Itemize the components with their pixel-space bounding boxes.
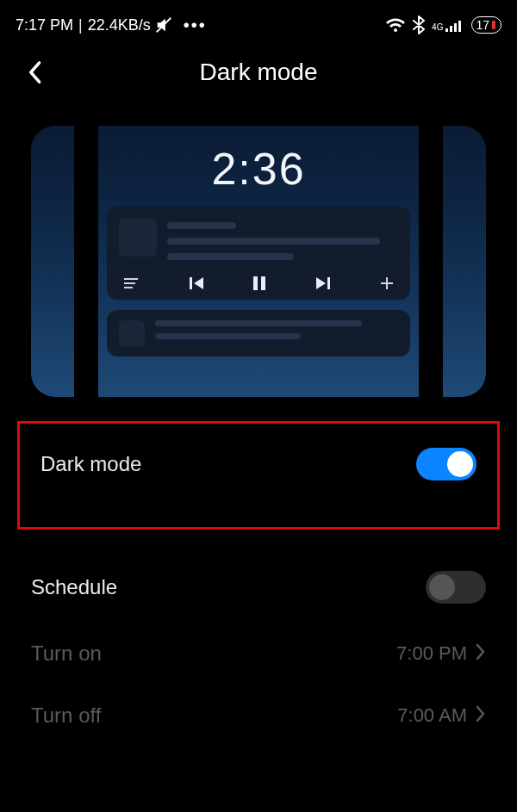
chevron-left-icon — [27, 60, 42, 84]
turn-on-row[interactable]: Turn on 7:00 PM — [0, 623, 517, 685]
turn-off-value: 7:00 AM — [397, 704, 467, 727]
preview-text-line — [155, 320, 362, 326]
prev-track-icon — [189, 276, 204, 290]
chevron-right-icon — [476, 705, 486, 726]
turn-on-value: 7:00 PM — [396, 642, 467, 665]
status-separator: | — [78, 16, 83, 34]
page-header: Dark mode — [0, 41, 517, 103]
preview-text-line — [167, 253, 294, 260]
svg-rect-8 — [190, 277, 192, 289]
turn-off-row[interactable]: Turn off 7:00 AM — [0, 685, 517, 747]
battery-indicator: 17 — [471, 16, 501, 34]
svg-rect-2 — [450, 26, 452, 32]
svg-rect-3 — [454, 23, 457, 32]
preview-text-line — [167, 222, 236, 229]
svg-rect-13 — [327, 277, 330, 289]
turn-off-label: Turn off — [31, 704, 101, 728]
battery-bar-icon — [492, 21, 495, 29]
schedule-row[interactable]: Schedule — [0, 552, 517, 623]
chevron-right-icon — [476, 643, 486, 664]
dark-mode-label: Dark mode — [40, 452, 141, 476]
svg-marker-12 — [316, 277, 326, 289]
turn-on-label: Turn on — [31, 642, 102, 666]
bluetooth-icon — [413, 15, 425, 34]
preview-text-line — [155, 333, 301, 339]
schedule-label: Schedule — [31, 575, 117, 599]
schedule-toggle[interactable] — [426, 571, 486, 604]
preview-container: 2:36 — [0, 103, 517, 397]
preview-clock: 2:36 — [211, 143, 305, 195]
svg-rect-4 — [458, 21, 461, 32]
status-net-speed: 22.4KB/s — [88, 16, 151, 34]
dark-mode-row[interactable]: Dark mode — [34, 439, 483, 489]
back-button[interactable] — [21, 59, 48, 86]
highlight-annotation: Dark mode — [17, 421, 500, 530]
toggle-knob — [447, 451, 473, 477]
preview-media-card — [107, 207, 410, 300]
pause-icon — [252, 276, 266, 291]
mute-icon — [154, 15, 173, 34]
dark-mode-preview: 2:36 — [31, 126, 486, 397]
playlist-icon — [122, 276, 140, 290]
status-bar: 7:17 PM | 22.4KB/s ••• 4G — [0, 0, 517, 41]
status-left: 7:17 PM | 22.4KB/s ••• — [16, 15, 207, 34]
svg-marker-9 — [194, 277, 203, 289]
svg-rect-1 — [445, 28, 448, 32]
svg-rect-11 — [261, 276, 265, 290]
preview-notification-card — [107, 310, 410, 356]
page-title: Dark mode — [200, 59, 318, 86]
network-type: 4G — [432, 23, 443, 32]
wifi-icon — [385, 16, 406, 34]
signal-icon — [445, 18, 464, 32]
preview-notif-thumb — [119, 320, 145, 346]
network-indicator: 4G — [432, 18, 464, 32]
status-right: 4G 17 — [385, 15, 501, 34]
status-time: 7:17 PM — [16, 16, 73, 34]
next-track-icon — [315, 276, 331, 290]
preview-text-line — [167, 238, 380, 245]
toggle-knob — [429, 574, 455, 600]
preview-media-thumb — [119, 219, 157, 257]
more-icon: ••• — [184, 21, 207, 29]
plus-icon — [379, 276, 395, 291]
svg-rect-10 — [253, 276, 258, 290]
dark-mode-toggle[interactable] — [416, 448, 477, 480]
battery-pct: 17 — [476, 18, 489, 32]
